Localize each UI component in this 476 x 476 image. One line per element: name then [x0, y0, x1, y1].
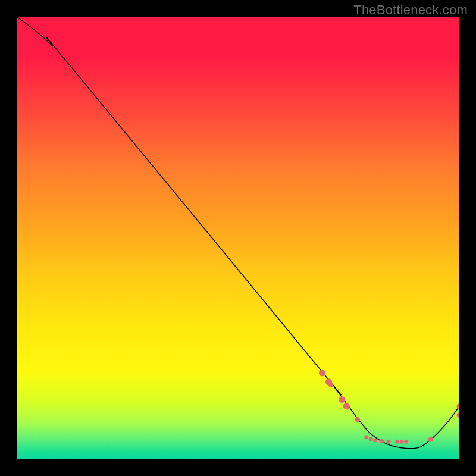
chart-stage: TheBottleneck.com — [0, 0, 476, 476]
plot-svg — [17, 17, 459, 459]
data-marker — [380, 439, 384, 443]
data-marker — [428, 437, 433, 442]
data-marker — [395, 440, 399, 444]
bottleneck-curve — [17, 17, 459, 449]
data-marker — [319, 369, 325, 376]
data-marker — [373, 439, 377, 443]
data-marker — [355, 417, 360, 422]
data-marker — [369, 437, 373, 441]
data-marker — [328, 383, 333, 387]
watermark-text: TheBottleneck.com — [353, 2, 468, 18]
data-marker — [364, 435, 368, 439]
data-marker — [400, 440, 404, 444]
data-marker — [343, 403, 350, 409]
data-marker — [339, 396, 345, 403]
data-marker — [387, 440, 391, 444]
plot-area — [17, 17, 459, 459]
data-marker — [457, 403, 460, 409]
data-marker — [457, 412, 460, 418]
data-marker — [404, 440, 408, 444]
